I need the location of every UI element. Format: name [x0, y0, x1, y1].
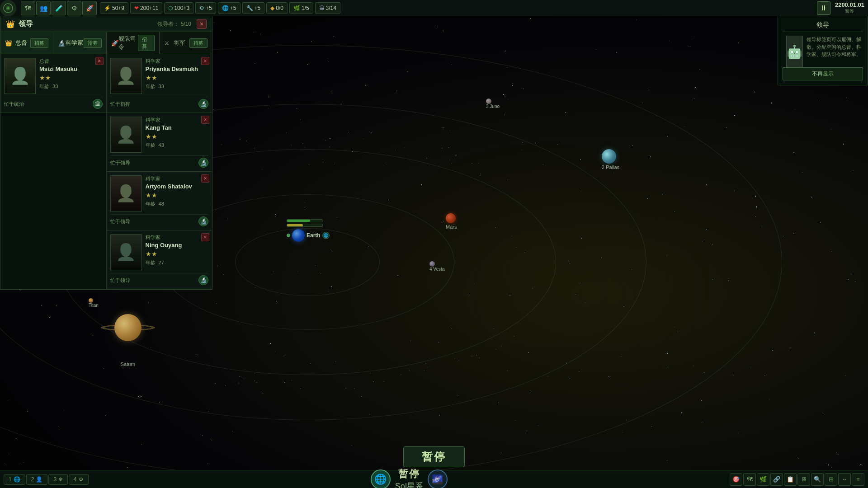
earth-planet[interactable] — [292, 229, 305, 242]
tab2-num: 2 — [31, 476, 34, 483]
sci2-dismiss-btn[interactable]: × — [201, 116, 209, 124]
astro-btn[interactable]: 🌌 — [428, 469, 448, 488]
pallas-planet[interactable] — [486, 99, 491, 104]
br-map-icon[interactable]: 🗺 — [743, 473, 756, 486]
governor-stars: ★★ — [39, 74, 103, 81]
bottom-tab-2[interactable]: 2 👤 — [26, 474, 48, 485]
sol-globe-btn[interactable]: 🌐 — [371, 469, 391, 488]
br-screen-icon[interactable]: 🖥 — [797, 473, 810, 486]
uranus-area: 2 Pallas — [602, 149, 619, 170]
governor-info: 总督 Msizi Masuku ★★ 年龄 33 — [39, 58, 103, 90]
br-list-icon[interactable]: 📋 — [784, 473, 797, 486]
tab3-num: 3 — [53, 476, 57, 483]
resource-r5: 🌿 1/5 — [289, 2, 313, 14]
saturn-planet[interactable] — [114, 314, 142, 341]
r4-icon: ◆ — [270, 5, 274, 11]
close-icon: × — [200, 20, 203, 28]
panel-subtitle: 领导者： 5/10 — [157, 20, 191, 28]
br-menu-icon[interactable]: ≡ — [852, 473, 864, 486]
nav-people-btn[interactable]: 👥 — [36, 1, 51, 15]
general-tab-label: 将军 — [174, 39, 185, 47]
nav-map-btn[interactable]: 🗺 — [21, 1, 35, 15]
scientist-tab-icon: 🔬 — [58, 40, 65, 47]
right-panel-avatar: 🤖 — [786, 36, 803, 67]
sci4-age-label: 年龄 — [146, 260, 156, 265]
scientist-card-3: 科学家 Artyom Shatalov ★★ 年龄 48 × 忙于领导 🔬 — [107, 172, 212, 230]
governor-avatar — [4, 58, 36, 94]
general-recruit-btn[interactable]: 招募 — [189, 38, 208, 48]
r5-icon: 🌿 — [293, 5, 300, 11]
br-link-icon[interactable]: 🔗 — [770, 473, 783, 486]
right-info-panel: 领导 🤖 领导标签页可以雇佣、解散、分配空闲的总督、科学家、舰队司令和将军。 不… — [778, 16, 868, 85]
nav-research-btn[interactable]: 🧪 — [52, 1, 66, 15]
tab1-num: 1 — [9, 476, 12, 483]
tab-scientist[interactable]: 🔬 科学家 招募 — [53, 32, 106, 54]
sci4-stars: ★★ — [146, 250, 209, 258]
sci4-status-icon: 🔬 — [198, 275, 208, 285]
pause-icon: ⏸ — [820, 4, 827, 12]
saturn-label: Saturn — [110, 361, 146, 367]
resource-r3: 🔧 +5 — [242, 2, 265, 14]
sci2-age-label: 年龄 — [146, 142, 156, 148]
category-tabs: 👑 总督 招募 🔬 科学家 招募 🚀 舰队司令 招募 ⚔ 将军 招募 — [0, 32, 212, 54]
tab1-icon: 🌐 — [14, 476, 20, 483]
earth-icon-2[interactable]: 🌐 — [322, 232, 330, 239]
bottom-tab-3[interactable]: 3 ❄ — [48, 474, 68, 485]
governor-tab-label: 总督 — [15, 39, 27, 47]
game-logo[interactable] — [0, 0, 16, 16]
right-panel-desc: 领导标签页可以雇佣、解散、分配空闲的总督、科学家、舰队司令和将军。 — [807, 36, 863, 63]
governor-dismiss-btn[interactable]: × — [95, 57, 104, 65]
r2-icon: 🌐 — [222, 5, 229, 11]
br-grid-icon[interactable]: ⊞ — [825, 473, 837, 486]
bottom-center: 🌐 暂停 Sol星系 🌌 — [92, 467, 726, 488]
titan-planet[interactable] — [89, 298, 93, 303]
bottom-tab-1[interactable]: 1 🌐 — [4, 474, 25, 485]
scientist-recruit-btn[interactable]: 招募 — [84, 38, 102, 48]
no-show-button[interactable]: 不再显示 — [783, 67, 863, 80]
saturn-area: Saturn — [110, 310, 146, 367]
date-display: 2200.01.01 暂停 — [831, 1, 868, 14]
resource-r1: ⚙ +5 — [195, 2, 216, 14]
scientist-1-info: 科学家 Priyanka Desmukh ★★ 年龄 33 — [146, 58, 209, 90]
governor-status-text: 忙于统治 — [4, 101, 24, 108]
panel-close-button[interactable]: × — [197, 19, 207, 29]
br-expand-icon[interactable]: ↔ — [838, 473, 851, 486]
sci4-dismiss-btn[interactable]: × — [201, 233, 209, 241]
r3-icon: 🔧 — [246, 5, 253, 11]
tab-governor[interactable]: 👑 总督 招募 — [0, 32, 53, 54]
sci1-dismiss-btn[interactable]: × — [201, 57, 209, 65]
juno-area: 4 Vesta — [429, 261, 444, 272]
earth-bar-2 — [287, 224, 303, 226]
uranus-planet[interactable] — [602, 149, 616, 164]
r1-icon: ⚙ — [199, 5, 204, 11]
bottom-tab-4[interactable]: 4 ⚙ — [69, 474, 89, 485]
sci3-dismiss-btn[interactable]: × — [201, 174, 209, 183]
minerals-value: 100+3 — [174, 5, 189, 11]
date-main: 2200.01.01 — [835, 1, 864, 8]
mars-planet[interactable] — [446, 213, 456, 223]
tab-general[interactable]: ⚔ 将军 招募 — [160, 32, 212, 54]
juno-planet[interactable] — [429, 261, 435, 267]
sci3-age-value: 48 — [159, 201, 164, 206]
sci4-type: 科学家 — [146, 234, 209, 241]
scientist-4-avatar — [110, 234, 142, 270]
br-leaf-icon[interactable]: 🌿 — [757, 473, 769, 486]
sci2-name: Kang Tan — [146, 124, 209, 131]
br-target-icon[interactable]: 🎯 — [730, 473, 742, 486]
scientist-3-info: 科学家 Artyom Shatalov ★★ 年龄 48 — [146, 175, 209, 207]
br-zoom-icon[interactable]: 🔍 — [811, 473, 824, 486]
system-name: Sol星系 — [395, 481, 423, 488]
sci1-type: 科学家 — [146, 58, 209, 65]
leader-columns: 总督 Msizi Masuku ★★ 年龄 33 × 忙于统治 🏛 — [0, 54, 212, 289]
tab-admiral[interactable]: 🚀 舰队司令 招募 — [107, 32, 160, 54]
governor-recruit-btn[interactable]: 招募 — [30, 38, 48, 48]
nav-ship-btn[interactable]: 🚀 — [82, 1, 97, 15]
juno-label: 4 Vesta — [429, 267, 444, 272]
sci4-status-text: 忙于领导 — [110, 277, 130, 284]
scientist-column: 科学家 Priyanka Desmukh ★★ 年龄 33 × 忙于指挥 🔬 — [107, 54, 212, 289]
nav-tech-btn[interactable]: ⚙ — [67, 1, 81, 15]
governor-tab-icon: 👑 — [5, 40, 12, 47]
mars-area: Mars — [446, 213, 457, 230]
pause-button[interactable]: ⏸ — [817, 1, 830, 15]
admiral-recruit-btn[interactable]: 招募 — [138, 35, 155, 51]
